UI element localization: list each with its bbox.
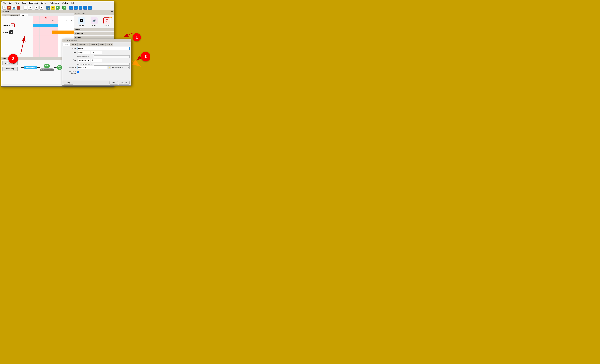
save-button[interactable]: 💾 [12, 6, 16, 9]
image-component-icon: 🖼 [78, 17, 85, 24]
name-input[interactable] [77, 47, 130, 50]
start-value-input[interactable] [91, 51, 102, 54]
flow-node-end[interactable]: end 1.00s [56, 65, 62, 70]
monitor-button[interactable]: 🖥 [35, 6, 39, 9]
dialog-tab-basic[interactable]: Basic [63, 43, 70, 46]
dialog-btn-group: OK Cancel [110, 81, 130, 84]
force-end-label: Force end of Routine [64, 70, 76, 74]
save-as-button[interactable]: 🖨 [17, 6, 20, 9]
globe3-button[interactable]: 🌐 [79, 6, 83, 9]
set-during-select[interactable]: set during: trial.ISI [112, 66, 130, 69]
fixation-icon[interactable]: T [11, 23, 15, 27]
flow-loop-container: trial 4.50s trials (1 random) [40, 64, 54, 71]
red-arrow-2 [18, 33, 29, 55]
python-button[interactable]: 🐍 [46, 6, 50, 9]
movie-properties-dialog: movie Properties ✕ Basic Layout Appearan… [62, 39, 131, 86]
tick-15: 1.5 [52, 20, 54, 21]
settings-button[interactable]: ⚙ [39, 6, 43, 9]
menu-window[interactable]: Window [61, 2, 68, 4]
menu-file[interactable]: File [2, 2, 6, 4]
routines-title: Routines [2, 11, 9, 13]
dialog-tab-data[interactable]: Data [99, 43, 105, 46]
movie-icon[interactable]: ▶ [9, 30, 13, 34]
expected-duration-input[interactable] [94, 63, 130, 65]
dialog-tab-appearance[interactable]: Appearance [78, 43, 89, 46]
start-form-row: Start time (s) [64, 51, 130, 54]
globe2-button[interactable]: 🌐 [74, 6, 78, 9]
menu-experiment[interactable]: Experiment [29, 2, 38, 4]
fixation-row: fixation T [1, 22, 33, 29]
flow-node-instructions[interactable]: instructions [24, 66, 37, 69]
flow-line-2 [54, 67, 56, 68]
flow-node-trial[interactable]: trial 4.50s [44, 64, 50, 68]
dialog-close-button[interactable]: ✕ [128, 39, 130, 42]
expected-duration-row: Expected duration (s) [64, 63, 130, 65]
textbox-component-label: Textbox [104, 25, 110, 26]
help-button[interactable]: Help [64, 81, 73, 84]
components-title: Components [75, 13, 85, 15]
flow-title: Flow [2, 58, 6, 59]
tab-instructions[interactable]: instructions [8, 14, 20, 16]
run-button[interactable]: ▶ [62, 6, 66, 9]
fixation-bar[interactable] [33, 24, 58, 27]
responses-divider: Responses [74, 32, 114, 35]
pavlovia-button[interactable]: ▲ [56, 6, 59, 9]
stimuli-divider: Stimuli [74, 28, 114, 31]
dialog-body: Name Start time (s) Expected start (s) S… [62, 46, 131, 80]
responses-spacer [74, 35, 114, 36]
textbox-component-icon: T [103, 17, 110, 24]
tab-close-icon[interactable]: ✕ [25, 14, 27, 16]
dialog-tab-testing[interactable]: Testing [105, 43, 113, 46]
flow-diagram: instructions trial 4.50s trials (1 rando… [20, 61, 62, 71]
dialog-tab-playback[interactable]: Playback [89, 43, 99, 46]
dialog-tab-layout[interactable]: Layout [70, 43, 78, 46]
expected-start-row: Expected start (s) [64, 55, 130, 58]
menu-edit[interactable]: Edit [9, 2, 12, 4]
stop-value-input[interactable] [91, 59, 102, 62]
component-sound[interactable]: 🔊 Sound [88, 16, 100, 27]
open-file-button[interactable]: 📂 [7, 6, 11, 9]
expected-duration-label: Expected duration (s) [77, 63, 93, 65]
stimuli-spacer [74, 31, 114, 32]
menu-tools[interactable]: Tools [21, 2, 27, 4]
flow-node-loop[interactable]: trials (1 random) [40, 68, 54, 71]
annotation-circle-1: 1 [132, 33, 141, 41]
globe1-button[interactable]: 🌐 [69, 6, 73, 9]
movie-file-label: Movie file [64, 67, 76, 69]
ok-button[interactable]: OK [110, 81, 118, 84]
force-end-form-row: Force end of Routine [64, 70, 130, 74]
menu-pavlovia[interactable]: Pavlovia.org [49, 2, 59, 4]
annotation-circle-2: 2 [8, 54, 18, 64]
component-textbox[interactable]: Beta T Textbox [101, 16, 113, 27]
movie-file-input[interactable] [77, 66, 107, 69]
stop-type-select[interactable]: duration (s) [77, 59, 90, 62]
browse-file-button[interactable]: 📁 [108, 66, 111, 69]
name-label: Name [64, 48, 76, 50]
svg-line-1 [123, 33, 132, 37]
movie-label: movie [3, 31, 8, 33]
flow-line-1 [37, 67, 40, 68]
tick-05: 0.5 [39, 20, 41, 21]
globe4-button[interactable]: 🌐 [83, 6, 87, 9]
red-arrow-1 [120, 30, 134, 39]
svg-line-3 [21, 36, 25, 54]
tab-trial[interactable]: trial ✕ [20, 14, 28, 16]
tab-end[interactable]: end [2, 14, 8, 16]
redo-button[interactable]: ↪ [28, 6, 32, 9]
force-end-checkbox[interactable] [77, 71, 79, 73]
globe5-button[interactable]: 🌐 [88, 6, 92, 9]
js-button[interactable]: JS [51, 6, 55, 9]
expected-start-label: Expected start (s) [77, 56, 93, 58]
start-type-select[interactable]: time (s) [77, 51, 90, 54]
component-image[interactable]: 🖼 Image [75, 16, 88, 27]
menu-demos[interactable]: Demos [40, 2, 47, 4]
expected-start-input[interactable] [94, 55, 130, 58]
menu-help[interactable]: Help [71, 2, 75, 4]
insert-loop-button[interactable]: Insert Loop [2, 66, 18, 71]
new-file-button[interactable]: 📄 [2, 6, 6, 9]
start-label: Start [64, 52, 76, 54]
undo-button[interactable]: ↩ [23, 6, 27, 9]
cancel-button[interactable]: Cancel [119, 81, 130, 84]
menu-view[interactable]: View [15, 2, 19, 4]
dialog-title-bar: movie Properties ✕ [62, 39, 131, 42]
